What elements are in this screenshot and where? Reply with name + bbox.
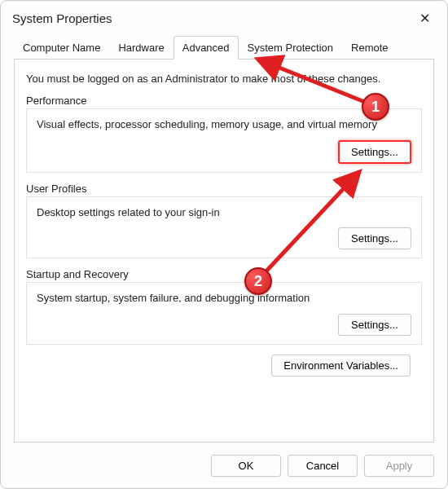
startup-recovery-settings-button[interactable]: Settings... — [338, 314, 411, 336]
tab-system-protection[interactable]: System Protection — [239, 36, 343, 59]
tab-computer-name[interactable]: Computer Name — [14, 36, 109, 59]
startup-recovery-box: System startup, system failure, and debu… — [26, 282, 422, 345]
cancel-button[interactable]: Cancel — [288, 455, 358, 477]
startup-recovery-title: Startup and Recovery — [26, 268, 422, 280]
ok-button[interactable]: OK — [211, 455, 281, 477]
dialog-footer: OK Cancel Apply — [1, 447, 447, 488]
startup-recovery-group: Startup and Recovery System startup, sys… — [26, 268, 422, 345]
user-profiles-group: User Profiles Desktop settings related t… — [26, 183, 422, 259]
close-icon[interactable]: ✕ — [411, 7, 437, 29]
performance-settings-button[interactable]: Settings... — [338, 140, 411, 164]
admin-warning-text: You must be logged on as an Administrato… — [26, 73, 422, 85]
user-profiles-desc: Desktop settings related to your sign-in — [37, 205, 411, 220]
environment-variables-button[interactable]: Environment Variables... — [271, 355, 411, 377]
tab-page-advanced: You must be logged on as an Administrato… — [14, 59, 434, 443]
window-title: System Properties — [12, 11, 411, 25]
user-profiles-settings-button[interactable]: Settings... — [338, 227, 411, 249]
titlebar: System Properties ✕ — [1, 1, 447, 32]
tab-advanced[interactable]: Advanced — [173, 36, 239, 59]
performance-group: Performance Visual effects, processor sc… — [26, 95, 422, 173]
apply-button[interactable]: Apply — [364, 455, 434, 477]
performance-button-row: Settings... — [37, 140, 411, 164]
system-properties-window: System Properties ✕ Computer Name Hardwa… — [0, 0, 448, 489]
tab-remote[interactable]: Remote — [342, 36, 397, 59]
window-body: Computer Name Hardware Advanced System P… — [1, 32, 447, 447]
tab-strip: Computer Name Hardware Advanced System P… — [14, 35, 434, 59]
startup-recovery-desc: System startup, system failure, and debu… — [37, 291, 411, 306]
startup-recovery-button-row: Settings... — [37, 314, 411, 336]
performance-box: Visual effects, processor scheduling, me… — [26, 108, 422, 173]
env-vars-row: Environment Variables... — [26, 355, 422, 377]
performance-desc: Visual effects, processor scheduling, me… — [37, 117, 411, 132]
user-profiles-box: Desktop settings related to your sign-in… — [26, 196, 422, 259]
tab-hardware[interactable]: Hardware — [109, 36, 173, 59]
user-profiles-button-row: Settings... — [37, 227, 411, 249]
performance-title: Performance — [26, 95, 422, 107]
user-profiles-title: User Profiles — [26, 183, 422, 195]
